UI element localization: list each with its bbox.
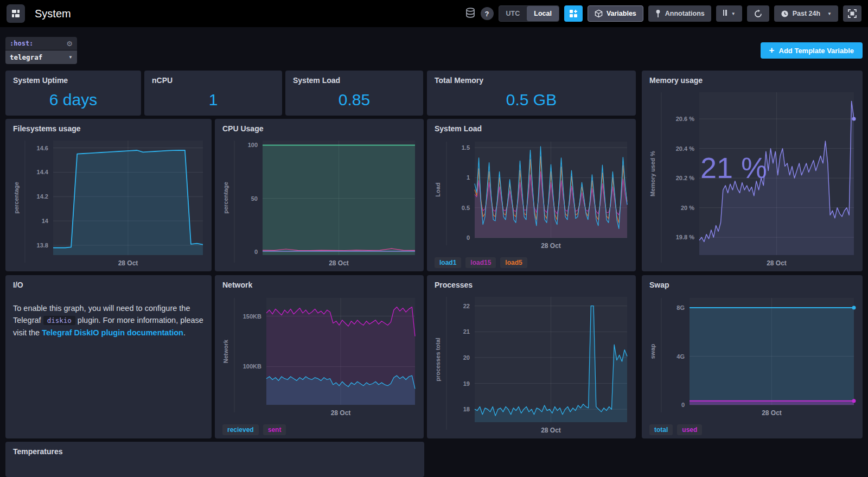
svg-text:19: 19 xyxy=(463,380,470,387)
dashboards-icon-button[interactable] xyxy=(7,4,25,23)
add-template-variable-button[interactable]: + Add Template Variable xyxy=(761,42,863,59)
template-variable-dropdown[interactable]: telegraf ▼ xyxy=(5,50,77,64)
stat-value: 0.5 GB xyxy=(427,84,636,116)
svg-text:swap: swap xyxy=(649,344,656,359)
svg-text:14.6: 14.6 xyxy=(37,145,48,151)
panel-processes: Processes 181920212228 Octprocesses tota… xyxy=(427,275,636,438)
timezone-toggle: UTC Local xyxy=(499,5,559,22)
panel-title[interactable]: Memory usage xyxy=(642,71,863,87)
gear-icon[interactable]: ⚙ xyxy=(66,40,73,48)
system-load-legend: load1load15load5 xyxy=(427,254,636,271)
io-code-snippet: diskio xyxy=(43,316,75,325)
swap-chart: 04G8G28 Octswap xyxy=(642,292,863,421)
panel-total-memory: Total Memory 0.5 GB xyxy=(427,71,636,116)
svg-text:1: 1 xyxy=(467,175,470,181)
telegraf-diskio-doc-link[interactable]: Telegraf DiskIO plugin documentation xyxy=(42,328,183,337)
pause-refresh-dropdown[interactable]: ▼ xyxy=(716,5,742,22)
panel-swap: Swap 04G8G28 Octswap totalused xyxy=(642,275,863,438)
svg-text:19.8 %: 19.8 % xyxy=(676,234,694,240)
legend-item-load15[interactable]: load15 xyxy=(465,257,496,268)
add-cell-button[interactable] xyxy=(564,5,583,22)
add-cell-icon xyxy=(569,9,578,18)
add-template-variable-label: Add Template Variable xyxy=(779,47,854,55)
panel-filesystems-usage: Filesystems usage 13.81414.214.414.628 O… xyxy=(5,119,212,271)
panel-system-load-chart: System Load 00.511.528 OctLoad load1load… xyxy=(427,119,636,271)
svg-text:0: 0 xyxy=(467,234,470,241)
svg-text:14.4: 14.4 xyxy=(37,169,49,175)
svg-text:0.5: 0.5 xyxy=(462,205,470,211)
template-variable-pill: :host: ⚙ xyxy=(5,37,77,50)
panel-ncpu: nCPU 1 xyxy=(144,71,282,116)
swap-legend: totalused xyxy=(642,421,863,438)
svg-text:28 Oct: 28 Oct xyxy=(767,259,787,267)
refresh-button[interactable] xyxy=(747,5,769,22)
plus-icon: + xyxy=(769,45,775,56)
variables-button[interactable]: Variables xyxy=(588,5,643,22)
annotations-button[interactable]: Annotations xyxy=(648,5,711,22)
svg-text:0: 0 xyxy=(681,402,685,408)
legend-item-total[interactable]: total xyxy=(649,424,673,435)
annotations-button-label: Annotations xyxy=(665,10,705,17)
fullscreen-icon xyxy=(848,9,857,18)
svg-text:150KB: 150KB xyxy=(243,313,261,320)
page-title: System xyxy=(35,8,71,20)
panel-temperatures: Temperatures xyxy=(5,442,424,477)
svg-text:processes total: processes total xyxy=(435,338,441,381)
svg-text:Load: Load xyxy=(435,183,441,197)
svg-text:percentage: percentage xyxy=(222,182,229,214)
panel-system-load-stat: System Load 0.85 xyxy=(285,71,423,116)
legend-item-sent[interactable]: sent xyxy=(263,424,286,435)
cpu-usage-chart: 05010028 Octpercentage xyxy=(215,135,424,271)
clock-icon xyxy=(781,10,789,18)
svg-text:20 %: 20 % xyxy=(681,205,694,211)
svg-text:28 Oct: 28 Oct xyxy=(541,427,561,434)
svg-text:Network: Network xyxy=(222,339,229,363)
svg-text:8G: 8G xyxy=(676,304,685,311)
panel-system-uptime: System Uptime 6 days xyxy=(5,71,141,116)
local-toggle-option[interactable]: Local xyxy=(527,6,559,21)
svg-text:20.6 %: 20.6 % xyxy=(676,116,694,122)
panel-title[interactable]: System Load xyxy=(427,119,636,136)
svg-text:21: 21 xyxy=(463,328,470,335)
svg-text:28 Oct: 28 Oct xyxy=(329,259,349,267)
top-navbar: System ? UTC Local xyxy=(0,0,868,27)
pause-icon xyxy=(723,10,727,17)
svg-text:100KB: 100KB xyxy=(243,364,261,370)
panel-memory-usage: Memory usage 19.8 %20 %20.2 %20.4 %20.6 … xyxy=(642,71,863,271)
fullscreen-button[interactable] xyxy=(843,5,861,22)
svg-text:100: 100 xyxy=(248,142,258,148)
svg-text:18: 18 xyxy=(463,406,470,412)
legend-item-recieved[interactable]: recieved xyxy=(222,424,259,435)
network-chart: 100KB150KB28 OctNetwork xyxy=(215,292,424,421)
stat-value: 6 days xyxy=(5,84,141,116)
time-range-dropdown[interactable]: Past 24h ▼ xyxy=(774,5,838,22)
panel-title[interactable]: CPU Usage xyxy=(215,119,424,135)
refresh-icon xyxy=(754,9,763,18)
svg-text:1.5: 1.5 xyxy=(462,144,470,151)
panel-title[interactable]: Filesystems usage xyxy=(5,119,212,135)
panel-title[interactable]: Processes xyxy=(427,275,636,291)
svg-text:20.4 %: 20.4 % xyxy=(676,145,694,152)
panel-title[interactable]: Swap xyxy=(642,275,863,292)
legend-item-load5[interactable]: load5 xyxy=(500,257,527,268)
stat-value: 1 xyxy=(144,84,282,116)
legend-item-used[interactable]: used xyxy=(677,424,702,435)
io-text-after: . xyxy=(183,328,186,337)
chevron-down-icon: ▼ xyxy=(731,11,736,16)
panel-title[interactable]: Temperatures xyxy=(5,442,424,460)
legend-item-load1[interactable]: load1 xyxy=(435,257,461,268)
variables-button-label: Variables xyxy=(607,10,636,17)
dashboards-icon xyxy=(11,9,20,18)
svg-text:percentage: percentage xyxy=(13,182,20,214)
panel-title[interactable]: I/O xyxy=(5,275,212,294)
network-legend: recievedsent xyxy=(215,421,424,438)
help-icon-button[interactable]: ? xyxy=(481,7,494,20)
svg-text:50: 50 xyxy=(251,195,258,202)
memory-usage-chart: 19.8 %20 %20.2 %20.4 %20.6 %28 OctMemory… xyxy=(642,87,863,271)
svg-text:20.2 %: 20.2 % xyxy=(676,175,694,181)
database-icon-button[interactable] xyxy=(465,8,476,20)
panel-io: I/O To enable this graph, you will need … xyxy=(5,275,212,438)
panel-cpu-usage: CPU Usage 05010028 Octpercentage xyxy=(215,119,424,271)
utc-toggle-option[interactable]: UTC xyxy=(499,6,527,21)
panel-title[interactable]: Network xyxy=(215,275,424,292)
